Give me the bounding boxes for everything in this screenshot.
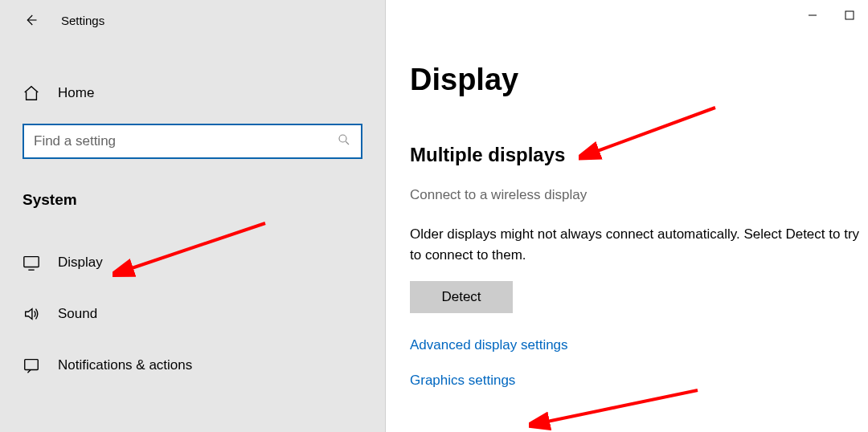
graphics-settings-link[interactable]: Graphics settings xyxy=(410,373,868,389)
sidebar-item-display[interactable]: Display xyxy=(0,241,385,284)
minimize-button[interactable] xyxy=(794,3,831,27)
main-content: Display Multiple displays Connect to a w… xyxy=(387,0,868,432)
svg-rect-1 xyxy=(24,257,39,267)
app-title: Settings xyxy=(61,14,104,27)
titlebar: Settings xyxy=(0,0,385,40)
home-icon xyxy=(23,84,40,102)
display-icon xyxy=(23,254,40,271)
window-controls xyxy=(794,3,868,27)
svg-rect-4 xyxy=(845,11,854,19)
search-container[interactable] xyxy=(23,124,362,159)
wireless-display-link[interactable]: Connect to a wireless display xyxy=(410,187,868,203)
sidebar-item-notifications[interactable]: Notifications & actions xyxy=(0,344,385,387)
home-label: Home xyxy=(58,85,94,101)
notifications-icon xyxy=(23,357,40,374)
sidebar-item-sound[interactable]: Sound xyxy=(0,292,385,336)
maximize-button[interactable] xyxy=(831,3,868,27)
search-input[interactable] xyxy=(34,133,337,149)
sidebar-item-label: Display xyxy=(58,255,103,271)
detect-button[interactable]: Detect xyxy=(410,281,513,313)
search-icon xyxy=(337,132,351,150)
sidebar: Settings Home System Display Sound Notif… xyxy=(0,0,386,432)
minimize-icon xyxy=(808,10,817,20)
page-title: Display xyxy=(410,63,868,97)
svg-point-0 xyxy=(339,135,346,142)
sidebar-item-label: Sound xyxy=(58,306,97,322)
arrow-left-icon xyxy=(23,13,38,27)
home-button[interactable]: Home xyxy=(0,77,385,109)
svg-rect-2 xyxy=(25,360,39,370)
advanced-display-settings-link[interactable]: Advanced display settings xyxy=(410,337,868,353)
maximize-icon xyxy=(845,10,854,20)
detect-description: Older displays might not always connect … xyxy=(410,224,868,267)
sound-icon xyxy=(23,305,40,323)
back-button[interactable] xyxy=(23,12,39,28)
section-header-system: System xyxy=(23,191,385,209)
sidebar-item-label: Notifications & actions xyxy=(58,357,192,373)
subsection-multiple-displays: Multiple displays xyxy=(410,144,868,166)
